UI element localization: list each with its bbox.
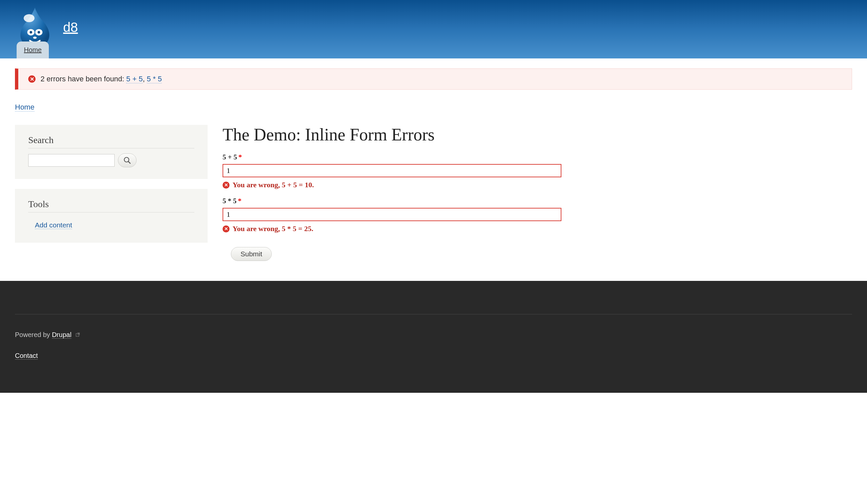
external-link-icon (75, 332, 80, 337)
add-content-link[interactable]: Add content (35, 221, 72, 229)
list-item: Add content (28, 219, 194, 231)
contact-link[interactable]: Contact (15, 352, 38, 360)
error-icon: ✕ (223, 226, 229, 232)
breadcrumb: Home (15, 103, 852, 111)
search-form (28, 153, 194, 167)
field2-error: ✕ You are wrong, 5 * 5 = 25. (223, 224, 561, 233)
site-name[interactable]: d8 (63, 20, 78, 35)
search-block-title: Search (28, 135, 194, 149)
field1-input[interactable] (223, 164, 561, 177)
error-icon: ✕ (28, 75, 35, 83)
nav-home[interactable]: Home (17, 42, 49, 58)
svg-point-4 (38, 31, 40, 34)
footer-divider (15, 314, 852, 315)
error-banner-text: 2 errors have been found: (41, 75, 124, 83)
error-message-banner: ✕ 2 errors have been found: 5 + 5, 5 * 5 (15, 68, 852, 90)
error-link-1[interactable]: 5 + 5 (126, 75, 143, 83)
required-marker: * (238, 197, 242, 205)
error-icon: ✕ (223, 182, 229, 189)
site-header: d8 Home (0, 0, 867, 58)
form-item-multiplication: 5 * 5* ✕ You are wrong, 5 * 5 = 25. (223, 197, 561, 233)
drupal-link[interactable]: Drupal (52, 331, 72, 339)
field1-label: 5 + 5* (223, 153, 561, 161)
tools-block: Tools Add content (15, 189, 207, 243)
tools-block-title: Tools (28, 199, 194, 212)
search-block: Search (15, 125, 207, 179)
svg-point-3 (30, 31, 32, 34)
search-button[interactable] (118, 153, 137, 167)
field1-error: ✕ You are wrong, 5 + 5 = 10. (223, 180, 561, 189)
svg-line-7 (128, 161, 130, 163)
messages-region: ✕ 2 errors have been found: 5 + 5, 5 * 5 (0, 58, 867, 90)
breadcrumb-home[interactable]: Home (15, 103, 34, 111)
field2-label: 5 * 5* (223, 197, 561, 205)
submit-button[interactable]: Submit (231, 247, 272, 261)
required-marker: * (238, 153, 242, 161)
main-content: The Demo: Inline Form Errors 5 + 5* ✕ Yo… (223, 125, 852, 261)
powered-by: Powered by Drupal (15, 331, 852, 339)
svg-point-0 (24, 14, 34, 22)
search-input[interactable] (28, 154, 115, 167)
sidebar: Search Tools Add content (15, 125, 207, 253)
form-item-addition: 5 + 5* ✕ You are wrong, 5 + 5 = 10. (223, 153, 561, 189)
search-icon (123, 156, 131, 164)
svg-point-5 (33, 36, 37, 39)
field2-input[interactable] (223, 208, 561, 221)
error-link-2[interactable]: 5 * 5 (147, 75, 162, 83)
site-footer: Powered by Drupal Contact (0, 281, 867, 393)
page-title: The Demo: Inline Form Errors (223, 125, 852, 144)
primary-nav: Home (0, 42, 867, 58)
